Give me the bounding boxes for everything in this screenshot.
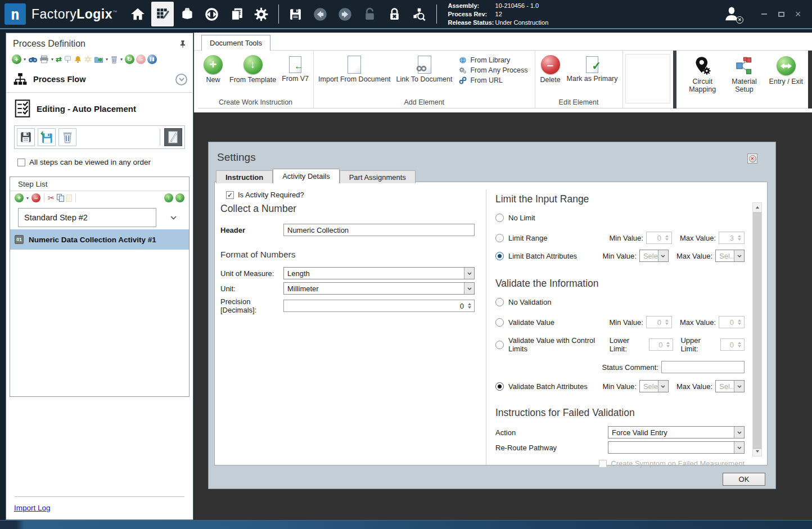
minimize-button[interactable] <box>756 7 773 21</box>
ok-button[interactable]: OK <box>723 473 765 486</box>
materials-button[interactable] <box>176 2 199 26</box>
lower-limit-value: 0 <box>649 341 665 349</box>
dialog-scrollbar[interactable] <box>752 202 762 456</box>
is-activity-required-checkbox[interactable]: ✓ Is Activity Required? <box>226 191 480 199</box>
delete-caret-icon[interactable]: ▾ <box>120 57 123 62</box>
tab-instruction[interactable]: Instruction <box>216 170 273 183</box>
status-comment-input[interactable] <box>661 361 745 373</box>
add-step-caret-icon[interactable]: ▾ <box>26 196 29 201</box>
export-caret-icon[interactable]: ▾ <box>106 57 108 62</box>
precision-spinner[interactable]: 0 <box>283 300 475 312</box>
step-selector-chevron-icon[interactable] <box>170 216 177 220</box>
signoff-board-icon[interactable] <box>64 55 72 64</box>
lock-x-icon <box>387 7 402 21</box>
action-select[interactable]: Force Valid Entry <box>608 426 745 438</box>
pin-icon[interactable] <box>178 39 187 48</box>
validate-batch-attributes-radio[interactable]: Validate Batch Attributes Min Value: Sel… <box>495 380 745 392</box>
from-any-process-button[interactable]: From Any Process <box>459 66 527 74</box>
find-binoculars-icon[interactable] <box>28 55 38 64</box>
mark-as-primary-button[interactable]: ✓ Mark as Primary <box>565 53 620 83</box>
max-value-label: Max Value: <box>680 234 716 242</box>
no-validation-radio[interactable]: No Validation <box>495 298 745 306</box>
logout-user-button[interactable]: × <box>723 6 740 22</box>
process-flow-header[interactable]: Process Flow <box>6 67 193 92</box>
unit-of-measure-select[interactable]: Length <box>283 267 475 279</box>
save-step-button[interactable] <box>17 128 35 146</box>
paste-icon[interactable] <box>66 195 72 202</box>
process-audit-button[interactable] <box>408 2 431 26</box>
from-library-button[interactable]: From Library <box>459 56 527 64</box>
save-import-button[interactable] <box>38 128 56 146</box>
no-limit-radio[interactable]: No Limit <box>495 214 745 222</box>
reroute-pathway-select[interactable] <box>608 441 745 454</box>
view-order-checkbox[interactable]: All steps can be viewed in any order <box>6 149 193 172</box>
delete-trash-icon[interactable] <box>110 55 118 64</box>
lock-reject-button[interactable] <box>384 2 406 26</box>
documents-button[interactable] <box>225 2 248 26</box>
spinner-arrows-icon[interactable] <box>467 303 474 309</box>
pause-icon[interactable] <box>147 55 157 64</box>
validate-control-limits-radio[interactable]: Validate Value with Control Limits Lower… <box>495 336 745 353</box>
step-selector[interactable]: Standard Step #2 <box>18 208 156 227</box>
reorder-icon[interactable]: ⇄ <box>56 55 62 64</box>
undo-button[interactable] <box>309 2 332 26</box>
dialog-close-button[interactable]: × <box>747 153 757 164</box>
step-selector-value: Standard Step #2 <box>24 213 88 222</box>
validate-value-radio[interactable]: Validate Value Min Value: 0 Max Value: 0 <box>495 316 745 328</box>
unlock-button[interactable] <box>359 2 381 26</box>
from-template-button[interactable]: ↓ From Template <box>227 53 278 84</box>
link-to-document-button[interactable]: Link To Document <box>394 53 455 83</box>
entry-exit-button[interactable]: Entry / Exit <box>767 55 805 108</box>
copy-icon[interactable] <box>57 194 64 202</box>
activity-list-item-selected[interactable]: 01 Numeric Data Collection Activity #1 <box>10 229 189 250</box>
from-url-label: From URL <box>470 76 503 84</box>
validate-batch-min-select[interactable]: Sele... <box>639 380 669 392</box>
add-icon[interactable]: + <box>12 55 21 64</box>
validate-batch-max-select[interactable]: Sel... <box>715 380 745 392</box>
new-button[interactable]: + New <box>200 53 226 84</box>
cut-icon[interactable]: ✂ <box>48 193 55 202</box>
redo-button[interactable] <box>334 2 357 26</box>
header-input[interactable] <box>283 224 475 236</box>
from-v7-button[interactable]: ← From V7 <box>279 53 311 83</box>
add-step-icon[interactable]: + <box>15 193 24 202</box>
import-from-document-button[interactable]: Import From Document <box>316 53 393 83</box>
print-caret-icon[interactable]: ▾ <box>51 57 53 62</box>
maximize-button[interactable] <box>773 7 790 21</box>
routing-button[interactable] <box>201 2 223 26</box>
tab-activity-details[interactable]: Activity Details <box>273 169 340 183</box>
material-setup-button[interactable]: Material Setup <box>725 55 763 108</box>
process-definition-button[interactable] <box>151 2 174 26</box>
from-url-button[interactable]: From URL <box>459 76 527 84</box>
close-button[interactable]: × <box>790 7 806 21</box>
stop-icon[interactable]: – <box>136 55 146 64</box>
export-icon[interactable] <box>94 55 103 64</box>
tab-document-tools[interactable]: Document Tools <box>201 35 270 51</box>
scroll-up-icon[interactable] <box>753 203 761 212</box>
delete-element-button[interactable]: – Delete <box>538 53 563 84</box>
options-gear-icon[interactable] <box>84 55 92 64</box>
settings-button[interactable] <box>250 2 273 26</box>
move-up-icon[interactable]: ↑ <box>164 193 173 202</box>
scroll-down-icon[interactable] <box>753 447 761 456</box>
batch-min-select[interactable]: Sele... <box>639 250 669 262</box>
import-log-link[interactable]: Import Log <box>14 504 51 512</box>
scrollbar-thumb[interactable] <box>753 212 761 449</box>
home-button[interactable] <box>127 2 149 26</box>
move-down-icon[interactable]: ↓ <box>175 193 184 202</box>
edit-mode-button[interactable] <box>164 128 182 146</box>
tab-part-assignments[interactable]: Part Assignments <box>340 170 416 183</box>
notify-bell-icon[interactable] <box>74 55 82 64</box>
limit-batch-attributes-radio[interactable]: Limit Batch Attributes Min Value: Sele..… <box>495 250 745 262</box>
remove-step-icon[interactable]: – <box>31 193 40 202</box>
expand-process-flow-button[interactable] <box>175 74 187 85</box>
unit-select[interactable]: Millimeter <box>283 282 475 295</box>
batch-max-select[interactable]: Sel... <box>715 250 745 262</box>
refresh-icon[interactable]: ↻ <box>125 55 134 64</box>
circuit-mapping-button[interactable]: Circuit Mapping <box>683 55 721 108</box>
discard-step-button[interactable] <box>58 128 76 146</box>
add-caret-icon[interactable]: ▾ <box>24 57 26 62</box>
save-button[interactable] <box>285 2 307 26</box>
print-icon[interactable] <box>39 55 49 64</box>
limit-range-radio[interactable]: Limit Range Min Value: 0 Max Value: 3 <box>495 232 745 244</box>
